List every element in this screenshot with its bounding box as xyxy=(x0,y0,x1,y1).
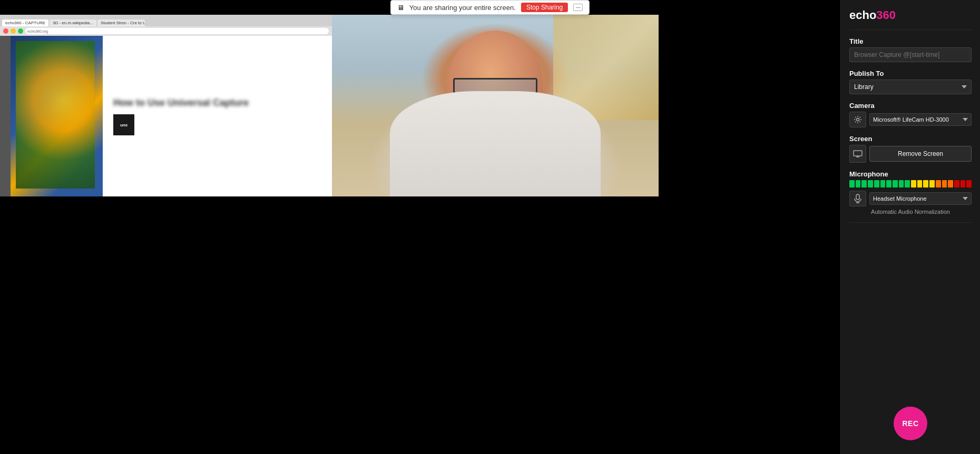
meter-seg-16 xyxy=(942,180,947,187)
meter-seg-2 xyxy=(856,180,861,187)
360-text: 360 xyxy=(876,8,896,22)
screen-label: Screen xyxy=(849,135,972,143)
webcam-area xyxy=(332,15,659,196)
record-container: REC xyxy=(849,401,972,446)
meter-seg-13 xyxy=(923,180,928,187)
mic-meter xyxy=(849,180,972,187)
microphone-section: Microphone xyxy=(849,170,972,215)
camera-section: Camera Microsoft® LifeCam HD-3000 Defaul… xyxy=(849,102,972,127)
sharing-bar: 🖥 You are sharing your entire screen. St… xyxy=(390,0,590,15)
meter-seg-1 xyxy=(849,180,855,187)
screen-icon-button[interactable] xyxy=(849,145,866,163)
camera-row: Microsoft® LifeCam HD-3000 Default Camer… xyxy=(849,112,972,127)
svg-rect-2 xyxy=(856,194,859,200)
right-panel: echo360 Title Publish To Library Course … xyxy=(840,0,980,454)
meter-seg-15 xyxy=(936,180,941,187)
title-input[interactable] xyxy=(849,47,972,62)
microphone-icon xyxy=(854,194,861,203)
slide-content: How to Use Universal Capture une xyxy=(103,36,332,196)
meter-seg-3 xyxy=(861,180,867,187)
mic-row: Headset Microphone Default Microphone xyxy=(849,191,972,206)
divider-top xyxy=(849,29,972,30)
main-layout: echo360 - CAPTURE 3D - en.m.wikipedia...… xyxy=(0,0,980,454)
echo360-logo-text: echo360 xyxy=(849,8,896,22)
slide-background-image xyxy=(11,36,103,196)
meter-seg-9 xyxy=(899,180,904,187)
publish-section: Publish To Library Course Personal xyxy=(849,70,972,94)
monitor-icon xyxy=(853,150,863,157)
meter-seg-8 xyxy=(893,180,898,187)
settings-icon xyxy=(854,115,862,124)
browser-tabs: echo360 - CAPTURE 3D - en.m.wikipedia...… xyxy=(0,15,332,26)
meter-seg-4 xyxy=(868,180,873,187)
browser-tab-3[interactable]: Student Stren - Cre to Us... xyxy=(97,19,145,26)
meter-seg-11 xyxy=(911,180,916,187)
stop-sharing-button[interactable]: Stop Sharing xyxy=(521,3,568,12)
microphone-select[interactable]: Headset Microphone Default Microphone xyxy=(869,192,972,205)
title-label: Title xyxy=(849,37,972,45)
meter-seg-5 xyxy=(874,180,879,187)
screen-row: Remove Screen xyxy=(849,145,972,163)
address-bar[interactable]: echo360.org xyxy=(25,28,329,34)
divider-bottom xyxy=(849,222,972,223)
publish-select[interactable]: Library Course Personal xyxy=(849,80,972,94)
browser-tab-2[interactable]: 3D - en.m.wikipedia... xyxy=(50,19,96,26)
browser-sidebar xyxy=(0,36,11,196)
close-window-icon[interactable] xyxy=(3,28,8,34)
camera-select[interactable]: Microsoft® LifeCam HD-3000 Default Camer… xyxy=(869,113,972,126)
person-body xyxy=(390,91,601,196)
meter-seg-17 xyxy=(948,180,953,187)
minimize-button[interactable]: — xyxy=(573,4,583,11)
content-area: echo360 - CAPTURE 3D - en.m.wikipedia...… xyxy=(0,0,840,454)
meter-seg-20 xyxy=(966,180,972,187)
meter-seg-19 xyxy=(961,180,966,187)
sharing-message: You are sharing your entire screen. xyxy=(409,4,516,12)
meter-seg-14 xyxy=(929,180,935,187)
microphone-label: Microphone xyxy=(849,170,972,178)
svg-point-0 xyxy=(857,119,859,121)
meter-seg-18 xyxy=(954,180,959,187)
browser-content: How to Use Universal Capture une xyxy=(0,36,332,196)
fake-browser: echo360 - CAPTURE 3D - en.m.wikipedia...… xyxy=(0,15,332,196)
record-button[interactable]: REC xyxy=(894,407,927,440)
publish-label: Publish To xyxy=(849,70,972,77)
remove-screen-button[interactable]: Remove Screen xyxy=(869,146,972,162)
maximize-window-icon[interactable] xyxy=(18,28,23,34)
browser-tab-active[interactable]: echo360 - CAPTURE xyxy=(2,19,48,26)
meter-seg-12 xyxy=(917,180,923,187)
echo-text: echo xyxy=(849,8,876,22)
share-screen-icon: 🖥 xyxy=(397,4,404,12)
slide-logo: une xyxy=(113,114,134,135)
meter-seg-10 xyxy=(905,180,910,187)
auto-normalize-label: Automatic Audio Normalization xyxy=(849,209,972,215)
slide-title: How to Use Universal Capture xyxy=(113,97,249,109)
camera-settings-button[interactable] xyxy=(849,112,866,127)
screen-section: Screen Remove Screen xyxy=(849,135,972,163)
title-section: Title xyxy=(849,37,972,62)
meter-seg-7 xyxy=(886,180,891,187)
screen-preview: echo360 - CAPTURE 3D - en.m.wikipedia...… xyxy=(0,15,332,196)
microphone-toggle-button[interactable] xyxy=(849,191,866,206)
minimize-window-icon[interactable] xyxy=(11,28,16,34)
svg-rect-1 xyxy=(854,151,862,156)
browser-toolbar: echo360.org xyxy=(0,26,332,36)
person-figure xyxy=(332,15,659,196)
slide-area: How to Use Universal Capture une xyxy=(11,36,332,196)
camera-label: Camera xyxy=(849,102,972,110)
echo360-logo: echo360 xyxy=(849,8,972,22)
meter-seg-6 xyxy=(880,180,886,187)
